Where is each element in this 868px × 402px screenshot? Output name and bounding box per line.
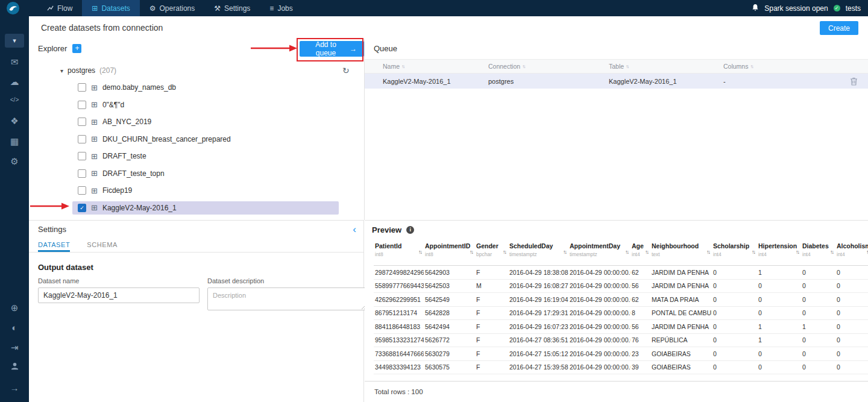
preview-panel: Preview i PatientIdint8↑↓AppointmentIDin… <box>365 220 868 402</box>
preview-cell: 2016-04-29 16:19:04.0 <box>508 296 568 303</box>
queue-title: Queue <box>374 44 397 53</box>
preview-column-header[interactable]: Neighbourhoodtext↑↓ <box>650 239 712 265</box>
checkbox[interactable] <box>78 186 86 195</box>
preview-cell: 2016-04-27 08:36:51.0 <box>508 336 568 344</box>
column-name: Hipertension <box>758 242 791 250</box>
explorer-tree-item[interactable]: ⊞DRAFT_teste_topn <box>29 165 364 183</box>
dataset-name-input[interactable] <box>38 287 200 303</box>
sort-icon[interactable]: ↑↓ <box>625 249 628 255</box>
chevron-down-icon[interactable]: ▾ <box>60 68 63 74</box>
connection-node[interactable]: ▾ postgres (207) ↻ <box>29 62 364 79</box>
create-button[interactable]: Create <box>820 21 858 35</box>
column-type: int4 <box>632 251 641 257</box>
sort-icon[interactable]: ↑↓ <box>563 249 566 255</box>
explorer-tree-item[interactable]: ⊞0"&¶"d <box>29 96 364 114</box>
preview-column-header[interactable]: Hipertensionint4↑↓ <box>757 239 801 265</box>
tab-schema[interactable]: SCHEMA <box>87 241 118 252</box>
preview-column-header[interactable]: Diabetesint4↑↓ <box>801 239 835 265</box>
bell-icon[interactable] <box>752 4 759 13</box>
dataset-description-input[interactable] <box>207 287 369 310</box>
tab-dataset[interactable]: DATASET <box>38 241 70 252</box>
user-name[interactable]: tests <box>846 4 861 13</box>
preview-cell: 0 <box>712 282 757 289</box>
info-icon[interactable]: i <box>406 226 414 234</box>
nav-datasets[interactable]: ⊞ Datasets <box>82 0 139 16</box>
trash-icon[interactable] <box>839 77 868 86</box>
app-logo[interactable] <box>7 2 19 14</box>
sort-icon[interactable]: ↑↓ <box>645 249 648 255</box>
sort-icon[interactable]: ↑↓ <box>752 249 755 255</box>
nav-operations[interactable]: ⚙ Operations <box>140 0 204 16</box>
column-name: Age <box>632 242 641 250</box>
left-sidebar: ▾ ✉ ☁ </> ❖ ▦ ⚙ ⊕ ◐ ⇥ → <box>0 0 29 402</box>
add-connection-button[interactable]: + <box>72 44 81 53</box>
sort-icon[interactable]: ↑↓ <box>706 249 709 255</box>
plugins-icon[interactable]: ❖ <box>0 116 29 125</box>
nav-flow[interactable]: Flow <box>37 0 82 16</box>
cloud-icon[interactable]: ☁ <box>0 77 29 86</box>
explorer-tree-item[interactable]: ⊞DKU_CHURN_breast_cancer_prepared <box>29 131 364 148</box>
queue-col-connection[interactable]: Connection ↑↓ <box>488 63 609 70</box>
globe-icon[interactable]: ⊕ <box>0 303 29 312</box>
preview-column-header[interactable]: ScheduledDaytimestamptz↑↓ <box>508 239 568 265</box>
gear-icon[interactable]: ⚙ <box>0 157 29 166</box>
preview-cell: 1 <box>757 323 801 330</box>
preview-cell: 95985133231274 <box>374 336 424 344</box>
checkbox[interactable] <box>78 101 86 109</box>
nav-settings[interactable]: ⚒ Settings <box>204 0 260 16</box>
sort-icon[interactable]: ↑↓ <box>796 249 799 255</box>
checkbox[interactable] <box>78 152 86 160</box>
inbox-icon[interactable]: ✉ <box>0 57 29 66</box>
checkbox[interactable] <box>78 83 86 92</box>
checkbox[interactable] <box>78 135 86 143</box>
spark-status-ok-icon: ✓ <box>834 5 840 11</box>
add-to-queue-button[interactable]: Add to queue → <box>300 41 364 57</box>
preview-body: 298724998242965642903F2016-04-29 18:38:0… <box>374 266 868 382</box>
preview-column-header[interactable]: AppointmentIDint8↑↓ <box>424 239 475 265</box>
queue-col-name[interactable]: Name ↑↓ <box>383 63 488 70</box>
preview-column-header[interactable]: Genderbpchar↑↓ <box>475 239 508 265</box>
sort-icon[interactable]: ↑↓ <box>830 249 833 255</box>
charts-icon[interactable]: ▦ <box>0 137 29 146</box>
queue-row[interactable]: KaggleV2-May-2016_1 postgres KaggleV2-Ma… <box>365 74 868 89</box>
checkbox[interactable] <box>78 118 86 126</box>
user-icon[interactable] <box>0 362 29 372</box>
checkbox[interactable] <box>78 169 86 178</box>
checkbox-checked[interactable]: ✓ <box>78 204 86 212</box>
nav-operations-label: Operations <box>160 4 195 13</box>
explorer-tree-item[interactable]: ⊞Ficdep19 <box>29 182 364 199</box>
explorer-tree-item[interactable]: ⊞demo.baby_names_db <box>29 79 364 96</box>
queue-col-columns[interactable]: Columns ↑↓ <box>723 63 839 70</box>
preview-column-header[interactable]: Alcoholismint4↑↓ <box>835 239 868 265</box>
add-to-queue-label: Add to queue <box>307 40 345 57</box>
arrow-right-icon[interactable]: → <box>0 383 29 392</box>
explorer-tree-item[interactable]: ⊞DRAFT_teste <box>29 148 364 165</box>
preview-column-header[interactable]: PatientIdint8↑↓ <box>374 239 424 265</box>
preview-cell: 0 <box>835 296 868 303</box>
preview-column-header[interactable]: Ageint4↑↓ <box>631 239 650 265</box>
explorer-tree: ⊞demo.baby_names_db⊞0"&¶"d⊞AB_NYC_2019⊞D… <box>29 79 364 216</box>
flow-icon <box>47 5 54 11</box>
code-icon[interactable]: </> <box>0 97 29 103</box>
preview-column-header[interactable]: Scholarshipint4↑↓ <box>712 239 757 265</box>
nav-jobs[interactable]: ≡ Jobs <box>260 0 302 16</box>
contrast-icon[interactable]: ◐ <box>0 323 29 332</box>
preview-column-header[interactable]: AppointmentDaytimestamptz↑↓ <box>568 239 631 265</box>
explorer-tree-item[interactable]: ✓⊞KaggleV2-May-2016_1 <box>29 199 364 217</box>
column-name: PatientId <box>375 242 414 250</box>
collapse-panel-icon[interactable]: ‹ <box>353 224 356 234</box>
preview-cell: 0 <box>801 296 835 303</box>
refresh-icon[interactable]: ↻ <box>342 66 350 75</box>
project-selector-button[interactable]: ▾ <box>5 34 24 48</box>
explorer-tree-item[interactable]: ⊞AB_NYC_2019 <box>29 113 364 131</box>
preview-row: 7336881644766615630279F2016-04-27 15:05:… <box>374 347 868 361</box>
tree-row-inner: ⊞Ficdep19 <box>72 184 339 197</box>
preview-cell: 2016-04-29 00:00:00.0 <box>568 296 631 303</box>
queue-col-table[interactable]: Table ↑↓ <box>609 63 723 70</box>
preview-cell: 0 <box>835 363 868 371</box>
sort-icon[interactable]: ↑↓ <box>503 249 506 255</box>
sign-out-icon[interactable]: ⇥ <box>0 343 29 352</box>
sort-icon[interactable]: ↑↓ <box>418 249 421 255</box>
preview-cell: 2016-04-29 00:00:00.0 <box>568 269 631 276</box>
sort-icon[interactable]: ↑↓ <box>470 249 473 255</box>
